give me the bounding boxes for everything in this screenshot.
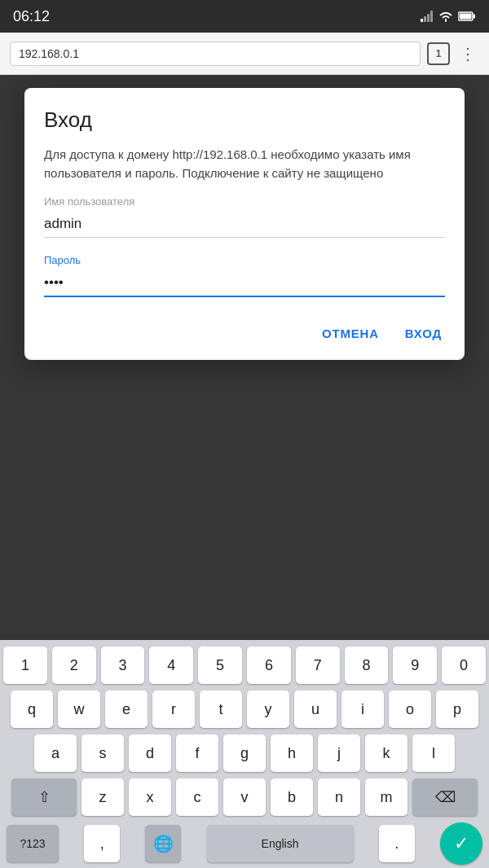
space-key[interactable]: English bbox=[207, 825, 354, 862]
keyboard-bottom-row: ?123 , 🌐 English . ✓ bbox=[3, 822, 486, 865]
password-input[interactable] bbox=[44, 270, 445, 297]
login-button[interactable]: ВХОД bbox=[402, 320, 445, 347]
key-v[interactable]: v bbox=[223, 778, 266, 816]
svg-rect-5 bbox=[460, 14, 472, 20]
key-9[interactable]: 9 bbox=[393, 647, 437, 684]
key-4[interactable]: 4 bbox=[149, 647, 193, 684]
key-7[interactable]: 7 bbox=[296, 647, 340, 684]
username-placeholder-label: Имя пользователя bbox=[44, 195, 445, 208]
key-u[interactable]: u bbox=[294, 690, 337, 728]
browser-bar: 192.168.0.1 1 ⋮ bbox=[0, 33, 489, 75]
cancel-button[interactable]: ОТМЕНА bbox=[319, 320, 382, 347]
key-n[interactable]: n bbox=[318, 778, 360, 816]
period-key[interactable]: . bbox=[379, 825, 415, 862]
svg-rect-2 bbox=[427, 14, 430, 22]
key-w[interactable]: w bbox=[58, 690, 100, 728]
username-input[interactable] bbox=[44, 211, 445, 238]
key-y[interactable]: y bbox=[247, 690, 289, 728]
status-bar: 06:12 bbox=[0, 0, 489, 33]
key-g[interactable]: g bbox=[223, 734, 266, 772]
signal-icon bbox=[421, 11, 434, 22]
login-dialog: Вход Для доступа к домену http://192.168… bbox=[24, 88, 465, 360]
key-a[interactable]: a bbox=[34, 734, 77, 772]
key-e[interactable]: e bbox=[105, 690, 148, 728]
key-x[interactable]: x bbox=[129, 778, 171, 816]
key-c[interactable]: c bbox=[176, 778, 218, 816]
keyboard: 1 2 3 4 5 6 7 8 9 0 q w e r t y u i o p … bbox=[0, 640, 489, 868]
key-8[interactable]: 8 bbox=[345, 647, 389, 684]
password-label: Пароль bbox=[44, 254, 445, 266]
tab-badge[interactable]: 1 bbox=[427, 42, 450, 65]
key-6[interactable]: 6 bbox=[247, 647, 291, 684]
key-z[interactable]: z bbox=[82, 778, 124, 816]
key-f[interactable]: f bbox=[176, 734, 218, 772]
key-r[interactable]: r bbox=[152, 690, 195, 728]
dialog-message: Для доступа к домену http://192.168.0.1 … bbox=[44, 146, 445, 182]
key-t[interactable]: t bbox=[200, 690, 242, 728]
backspace-key[interactable]: ⌫ bbox=[412, 778, 478, 816]
browser-menu-button[interactable]: ⋮ bbox=[456, 41, 479, 67]
key-j[interactable]: j bbox=[318, 734, 360, 772]
key-i[interactable]: i bbox=[341, 690, 384, 728]
wifi-icon bbox=[438, 11, 453, 22]
keyboard-row-qwerty: q w e r t y u i o p bbox=[3, 690, 486, 728]
key-q[interactable]: q bbox=[11, 690, 53, 728]
status-time: 06:12 bbox=[13, 8, 50, 25]
url-bar[interactable]: 192.168.0.1 bbox=[10, 42, 421, 66]
key-2[interactable]: 2 bbox=[52, 647, 96, 684]
svg-rect-3 bbox=[430, 11, 433, 22]
key-b[interactable]: b bbox=[271, 778, 313, 816]
key-1[interactable]: 1 bbox=[3, 647, 47, 684]
key-3[interactable]: 3 bbox=[101, 647, 145, 684]
battery-icon bbox=[458, 11, 476, 21]
key-h[interactable]: h bbox=[271, 734, 313, 772]
key-l[interactable]: l bbox=[412, 734, 455, 772]
dialog-actions: ОТМЕНА ВХОД bbox=[44, 313, 445, 347]
key-s[interactable]: s bbox=[82, 734, 124, 772]
key-m[interactable]: m bbox=[365, 778, 408, 816]
key-5[interactable]: 5 bbox=[198, 647, 242, 684]
shift-key[interactable]: ⇧ bbox=[11, 778, 77, 816]
dialog-title: Вход bbox=[44, 107, 445, 133]
globe-key[interactable]: 🌐 bbox=[145, 825, 181, 862]
confirm-key[interactable]: ✓ bbox=[440, 822, 482, 865]
keyboard-row-asdf: a s d f g h j k l bbox=[3, 734, 486, 772]
svg-rect-0 bbox=[421, 19, 423, 22]
key-0[interactable]: 0 bbox=[442, 647, 486, 684]
status-icons bbox=[421, 11, 476, 22]
key-p[interactable]: p bbox=[436, 690, 478, 728]
svg-rect-1 bbox=[424, 16, 426, 22]
keyboard-row-numbers: 1 2 3 4 5 6 7 8 9 0 bbox=[3, 647, 486, 684]
comma-key[interactable]: , bbox=[84, 825, 120, 862]
key-o[interactable]: o bbox=[389, 690, 431, 728]
svg-rect-6 bbox=[474, 15, 476, 19]
key-d[interactable]: d bbox=[129, 734, 171, 772]
keyboard-row-zxcv: ⇧ z x c v b n m ⌫ bbox=[3, 778, 486, 816]
key-k[interactable]: k bbox=[365, 734, 408, 772]
special-key[interactable]: ?123 bbox=[7, 825, 59, 862]
